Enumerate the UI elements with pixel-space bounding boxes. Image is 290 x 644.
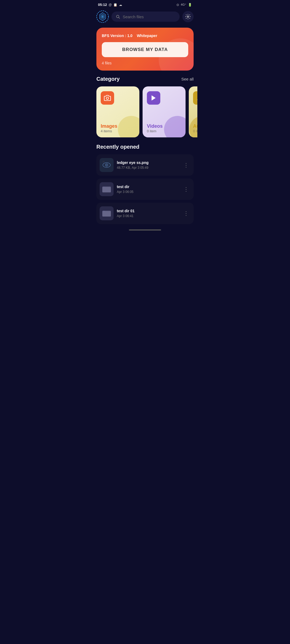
search-icon xyxy=(116,14,120,19)
recent-item-2-info: test dir Apr 3 06:05 xyxy=(117,185,179,194)
svg-rect-15 xyxy=(103,161,105,162)
settings-button[interactable] xyxy=(182,11,194,22)
recent-item-3-thumb xyxy=(100,206,114,220)
cloud-icon: ☁ xyxy=(119,3,122,7)
audio-count: 0 ite... xyxy=(193,129,197,133)
recent-item-1-name: ledger eye ss.png xyxy=(117,160,179,165)
bfs-version-label: BFS Version : 1.0 xyxy=(102,34,132,38)
clipboard-icon: 📋 xyxy=(113,3,117,7)
audio-label: Au... xyxy=(193,123,197,129)
category-section-header: Category See all xyxy=(93,76,197,86)
recent-item-1[interactable]: ledger eye ss.png 48.77 KB, Apr 3 05:49 … xyxy=(96,154,194,176)
images-count: 4 items xyxy=(101,129,135,133)
svg-point-6 xyxy=(187,16,189,17)
whitepaper-link[interactable]: Whitepaper xyxy=(137,34,157,38)
browse-card: BFS Version : 1.0 Whitepaper BROWSE MY D… xyxy=(96,28,194,71)
videos-label: Videos xyxy=(147,123,181,129)
recent-item-2[interactable]: test dir Apr 3 06:05 ⋮ xyxy=(96,178,194,200)
svg-rect-16 xyxy=(103,162,104,163)
status-right: ⊙ 4G⁺ 🔋 xyxy=(176,3,192,7)
images-card-bottom: Images 4 items xyxy=(101,123,135,133)
recent-item-3-more-button[interactable]: ⋮ xyxy=(182,210,190,217)
battery-icon: 🔋 xyxy=(188,3,192,7)
category-audio[interactable]: Au... 0 ite... xyxy=(189,86,197,137)
play-icon xyxy=(150,94,157,101)
images-label: Images xyxy=(101,123,135,129)
gear-icon xyxy=(185,14,191,20)
svg-rect-18 xyxy=(102,187,111,192)
recent-item-2-more-button[interactable]: ⋮ xyxy=(182,185,190,193)
recently-opened-section: Recently opened ledger eye ss.png 48.77 … xyxy=(93,144,197,224)
recent-item-3-info: test dir 01 Apr 3 06:41 xyxy=(117,209,179,218)
category-images[interactable]: Images 4 items xyxy=(96,86,139,137)
svg-point-14 xyxy=(106,164,107,166)
status-time: 05:12 xyxy=(98,3,107,7)
signal-icon: 4G⁺ xyxy=(181,3,186,6)
status-bar: 05:12 @ 📋 ☁ ⊙ 4G⁺ 🔋 xyxy=(93,0,197,8)
search-input[interactable] xyxy=(123,14,175,19)
status-left: 05:12 @ 📋 ☁ xyxy=(98,3,122,7)
videos-count: 0 item xyxy=(147,129,181,133)
category-scroll: Images 4 items Videos 0 item Au... 0 ite… xyxy=(93,86,197,144)
header: B xyxy=(93,8,197,26)
recent-item-1-info: ledger eye ss.png 48.77 KB, Apr 3 05:49 xyxy=(117,160,179,170)
recent-item-3[interactable]: test dir 01 Apr 3 06:41 ⋮ xyxy=(96,203,194,224)
at-icon: @ xyxy=(108,3,112,7)
category-videos[interactable]: Videos 0 item xyxy=(143,86,186,137)
audio-icon-bg xyxy=(193,91,197,105)
svg-marker-8 xyxy=(151,95,155,101)
recently-opened-title: Recently opened xyxy=(96,144,194,150)
browse-card-header: BFS Version : 1.0 Whitepaper xyxy=(102,34,188,38)
audio-card-bottom: Au... 0 ite... xyxy=(193,123,197,133)
camera-icon xyxy=(104,94,111,101)
videos-icon-bg xyxy=(147,91,160,105)
music-icon xyxy=(196,94,197,101)
svg-point-9 xyxy=(197,99,197,101)
recent-item-2-name: test dir xyxy=(117,185,179,189)
svg-point-7 xyxy=(106,97,109,100)
images-icon-bg xyxy=(101,91,114,105)
recent-item-2-thumb xyxy=(100,182,114,196)
search-bar[interactable] xyxy=(111,12,180,22)
wifi-icon: ⊙ xyxy=(176,3,179,7)
app-logo[interactable]: B xyxy=(96,10,109,23)
svg-rect-20 xyxy=(102,211,111,217)
recent-item-1-more-button[interactable]: ⋮ xyxy=(182,161,190,169)
browse-my-data-button[interactable]: BROWSE MY DATA xyxy=(102,42,188,57)
svg-line-5 xyxy=(119,17,120,19)
see-all-button[interactable]: See all xyxy=(181,77,194,81)
category-title: Category xyxy=(96,76,120,82)
recent-item-1-thumb xyxy=(100,158,114,172)
recent-item-1-meta: 48.77 KB, Apr 3 05:49 xyxy=(117,166,179,170)
recent-item-3-meta: Apr 3 06:41 xyxy=(117,214,179,218)
file-count: 4 files xyxy=(102,61,188,65)
recent-item-2-meta: Apr 3 06:05 xyxy=(117,190,179,194)
videos-card-bottom: Videos 0 item xyxy=(147,123,181,133)
svg-text:B: B xyxy=(102,15,103,18)
recent-item-3-name: test dir 01 xyxy=(117,209,179,213)
home-indicator xyxy=(129,229,161,230)
